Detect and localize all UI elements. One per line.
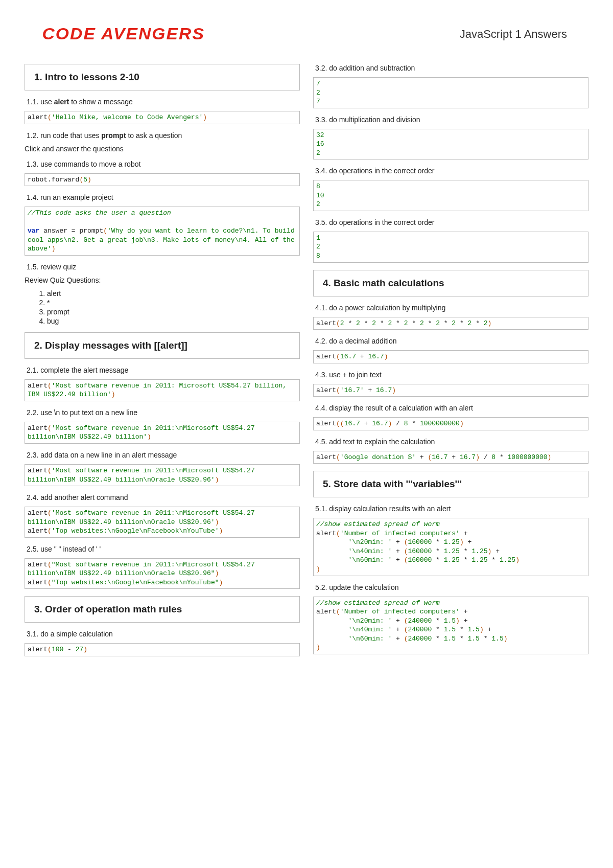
code-block: alert('Most software revenue in 2011:\nM… [25,464,300,486]
subsection-label: 1.2. run code that uses prompt to ask a … [27,131,300,140]
code-block: alert('16.7' + 16.7) [313,384,588,397]
plain-text: Click and answer the questions [25,145,300,153]
brand-logo: CODE AVENGERS [42,25,205,43]
section-heading: 1. Intro to lessons 2-10 [25,64,300,90]
code-block: alert('Most software revenue in 2011: Mi… [25,379,300,401]
subsection-label: 2.3. add data on a new line in an alert … [27,451,300,459]
subsection-label: 4.1. do a power calculation by multiplyi… [315,304,588,312]
section-heading: 4. Basic math calculations [313,270,588,296]
subsection-label: 3.1. do a simple calculation [27,630,300,638]
subsection-label: 4.4. display the result of a calculation… [315,404,588,412]
code-block: alert('Most software revenue in 2011:\nM… [25,422,300,444]
code-block: alert('Google donation $' + (16.7 + 16.7… [313,451,588,464]
code-block: 8 10 2 [313,180,588,211]
subsection-label: 4.5. add text to explain the calculation [315,438,588,446]
subsection-label: 1.5. review quiz [27,263,300,271]
subsection-label: 3.2. do addition and subtraction [315,64,588,72]
subsection-label: 2.1. complete the alert message [27,366,300,374]
plain-text: Review Quiz Questions: [25,276,300,284]
subsection-label: 4.3. use + to join text [315,371,588,379]
section-heading: 2. Display messages with [[alert]] [25,332,300,359]
section-heading: 3. Order of operation math rules [25,596,300,623]
code-block: alert((16.7 + 16.7) / 8 * 1000000000) [313,417,588,430]
code-block: alert(16.7 + 16.7) [313,350,588,363]
page-title: JavaScript 1 Answers [460,28,567,41]
subsection-label: 5.1. display calculation results with an… [315,505,588,513]
subsection-label: 3.4. do operations in the correct order [315,167,588,175]
subsection-label: 2.4. add another alert command [27,493,300,501]
code-block: 32 16 2 [313,129,588,160]
quiz-list-item: * [47,299,300,307]
subsection-label: 2.2. use \n to put text on a new line [27,408,300,417]
quiz-list: alert*promptbug [47,289,300,325]
code-block: //This code asks the user a question var… [25,207,300,256]
code-block: alert(100 - 27) [25,643,300,656]
quiz-list-item: prompt [47,308,300,316]
subsection-label: 1.4. run an example project [27,193,300,201]
code-block: 1 2 8 [313,232,588,263]
subsection-label: 3.5. do operations in the correct order [315,218,588,226]
page-header: CODE AVENGERS JavaScript 1 Answers [26,25,587,43]
content-columns: 1. Intro to lessons 2-101.1. use alert t… [25,64,588,663]
code-block: //show estimated spread of worm alert('N… [313,518,588,576]
subsection-label: 5.2. update the calculation [315,583,588,591]
section-heading: 5. Store data with '''variables''' [313,471,588,497]
subsection-label: 1.1. use alert to show a message [27,98,300,106]
code-block: alert('Most software revenue in 2011:\nM… [25,507,300,538]
subsection-label: 2.5. use " " instead of ' ' [27,545,300,553]
code-block: alert("Most software revenue in 2011:\nM… [25,558,300,589]
subsection-label: 1.3. use commands to move a robot [27,160,300,168]
quiz-list-item: bug [47,317,300,325]
code-block: alert(2 * 2 * 2 * 2 * 2 * 2 * 2 * 2 * 2 … [313,317,588,330]
code-block: alert('Hello Mike, welcome to Code Aveng… [25,111,300,124]
code-block: robot.forward(5) [25,173,300,187]
subsection-label: 3.3. do multiplication and division [315,116,588,124]
code-block: 7 2 7 [313,77,588,108]
subsection-label: 4.2. do a decimal addition [315,337,588,345]
quiz-list-item: alert [47,289,300,298]
code-block: //show estimated spread of worm alert('N… [313,597,588,654]
